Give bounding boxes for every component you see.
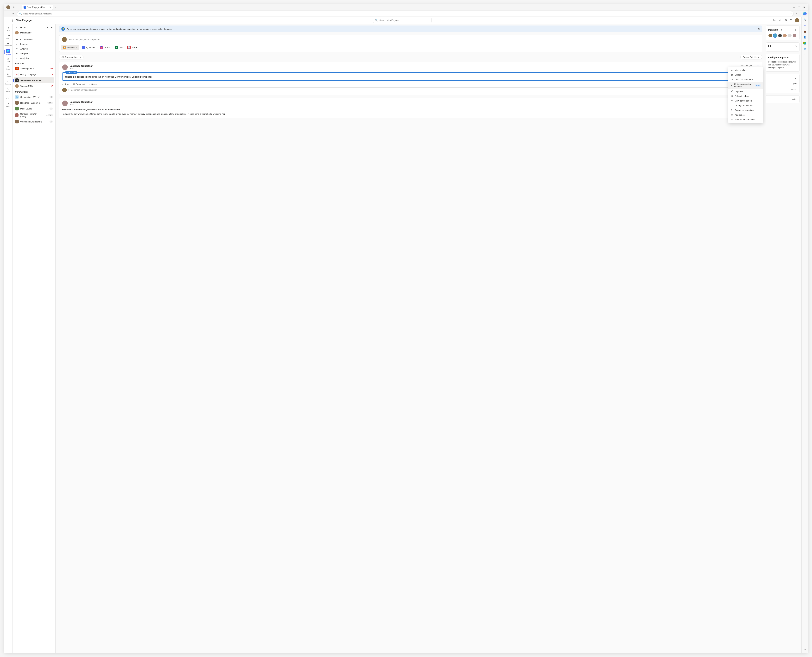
sidebar-add-icon[interactable]: ＋ (803, 53, 807, 57)
filter-all-conversations[interactable]: All Conversations⌄ (59, 55, 84, 59)
com-contoso-ux[interactable]: Contoso Team UX (Desig...✓20+ (14, 112, 54, 119)
fav-giving[interactable]: ❤Giving Campaign8 (14, 72, 54, 77)
nav-user[interactable]: Mona Kane ⋯ (14, 30, 54, 36)
member-avatar[interactable] (783, 33, 787, 38)
favorites-icon[interactable]: ✧ (795, 12, 797, 15)
profile-avatar[interactable] (6, 5, 10, 9)
refresh-button[interactable]: ⟳ (11, 11, 16, 16)
sidebar-tag-icon[interactable]: 🏷 (803, 23, 807, 28)
sidebar-outlook-icon[interactable]: ✉ (803, 47, 807, 51)
rail-connections[interactable]: ☁Connections (4, 40, 12, 48)
com-help-desk[interactable]: Help Desk Support🔒︎20+ (14, 100, 54, 106)
app-launcher-icon[interactable]: ⋮⋮⋮ (6, 19, 14, 22)
nav-leaders[interactable]: ☆Leaders (14, 42, 54, 47)
back-button[interactable]: ← (5, 11, 9, 16)
composer-input[interactable]: Share thoughts, ideas or updates (69, 38, 100, 41)
workspaces-icon[interactable]: ◫ (12, 6, 15, 9)
nav-home[interactable]: ⌂ Home ✉ 🔔︎ (14, 25, 54, 30)
compose-tab-praise[interactable]: 🏅Praise (98, 45, 112, 50)
share-button[interactable]: ↗Share (89, 83, 97, 86)
fav-all-company[interactable]: 📣All company✓20+ (14, 65, 54, 72)
new-tab-button[interactable]: ＋ (54, 6, 58, 9)
com-women-engineering[interactable]: Women in Engineering7 (14, 119, 54, 125)
globe-icon[interactable]: 🌐︎ (773, 19, 776, 22)
sidebar-settings-icon[interactable]: ⚙ (803, 648, 807, 651)
menu-close-conversation[interactable]: ⊘Close conversation (728, 77, 763, 82)
copilot-icon[interactable] (803, 12, 807, 16)
nav-storylines[interactable]: ≡Storylines (14, 51, 54, 56)
rail-glint[interactable]: ◇Glint (4, 56, 12, 64)
nav-communities[interactable]: 👥︎Communities (14, 37, 54, 42)
sidebar-people-icon[interactable]: 👤 (803, 35, 807, 39)
rail-pulse[interactable]: ♡Pulse (4, 86, 12, 93)
rail-amplify[interactable]: ൹Amplify (4, 33, 12, 40)
browser-tab[interactable]: Viva Engage - Feed ✕ (22, 5, 53, 10)
member-avatar[interactable] (792, 33, 797, 38)
compose-tab-discussion[interactable]: 💬Discussion (61, 45, 79, 50)
like-button[interactable]: 👍︎Like (62, 83, 69, 86)
close-window-button[interactable]: ✕ (803, 6, 805, 8)
tab-actions-icon[interactable]: ▭ (16, 6, 20, 9)
close-tab-icon[interactable]: ✕ (49, 6, 51, 9)
com-plant-lovers[interactable]: Plant Lovers1 (14, 106, 54, 112)
menu-change-to-question[interactable]: ?Change to question (728, 103, 763, 108)
rail-engage[interactable]: Engage (4, 48, 12, 56)
compose-tab-article[interactable]: 📄Article (126, 45, 139, 50)
user-more-icon[interactable]: ⋯ (51, 31, 53, 34)
banner-close-icon[interactable]: ✕ (758, 28, 760, 30)
minimize-button[interactable]: — (793, 6, 795, 8)
member-avatar[interactable] (778, 33, 782, 38)
rail-viva[interactable]: ✦Viva (4, 25, 12, 33)
comment-input[interactable]: Comment on this discussion (68, 87, 759, 92)
rail-goals[interactable]: ⌾Goals (4, 64, 12, 71)
com-connections-wfh[interactable]: ◎Connections WFH✓6 (14, 94, 54, 100)
user-avatar[interactable] (795, 18, 799, 22)
member-avatar[interactable] (788, 33, 792, 38)
rail-sales[interactable]: ☰Sales (4, 93, 12, 101)
comment-button[interactable]: 💬︎Comment (73, 83, 85, 86)
more-icon[interactable]: ⋯ (799, 12, 801, 15)
sidebar-briefcase-icon[interactable]: 💼 (803, 30, 807, 33)
suite-search-input[interactable]: 🔍 Search Viva Engage (373, 18, 431, 23)
settings-icon[interactable]: ⚙ (785, 19, 787, 22)
menu-copy-link[interactable]: 🔗︎Copy link (728, 89, 763, 94)
member-avatar[interactable] (773, 33, 777, 38)
add-icon[interactable]: ＋ (794, 76, 797, 80)
menu-mute-conversation[interactable]: 🛇Mute conversation in feedsNew (728, 82, 763, 89)
menu-feature[interactable]: ☆Feature conversation (728, 117, 763, 122)
fav-women-erg[interactable]: Women ERG✓17 (14, 83, 54, 89)
post-author-name[interactable]: Laurence Gilbertson (70, 101, 93, 103)
member-avatar[interactable] (768, 33, 772, 38)
inbox-icon[interactable]: ✉ (47, 26, 48, 29)
nav-answers[interactable]: ?Answers (14, 47, 54, 51)
menu-add-topics[interactable]: 🏷︎Add topics (728, 112, 763, 117)
post-author-name[interactable]: Laurence Gilbertson (70, 64, 93, 67)
compose-tab-question[interactable]: ?Question (81, 45, 96, 50)
maximize-button[interactable]: ▢ (798, 6, 800, 8)
fav-sales-best-practices[interactable]: ⌁Sales Best Practices (14, 77, 54, 83)
edit-info-icon[interactable]: ✎ (795, 45, 797, 47)
rail-topics[interactable]: #Topics (4, 101, 12, 108)
post-more-button[interactable]: ⋯ (757, 64, 759, 67)
url-input[interactable]: 🔍 https://engage.cloud.microsoft ⭑ (17, 11, 794, 16)
url-text: https://engage.cloud.microsoft (23, 12, 51, 15)
post-author-avatar[interactable] (62, 64, 68, 70)
menu-follow-inbox[interactable]: ✉Follow in inbox (728, 94, 763, 98)
sidebar-search-icon[interactable]: 🔍 (803, 18, 807, 22)
rail-learning[interactable]: ▭Learning (4, 78, 12, 86)
sidebar-o365-icon[interactable] (803, 41, 807, 45)
menu-report[interactable]: ⚑Report conversation (728, 108, 763, 112)
notifications-icon[interactable]: 🔔︎ (51, 26, 53, 29)
add-member-button[interactable]: ＋ (794, 28, 797, 32)
menu-view-analytics[interactable]: 📈︎View analytics (728, 68, 763, 72)
filter-recent-activity[interactable]: Recent Activity⌄ (740, 55, 762, 59)
compose-tab-poll[interactable]: ≡Poll (113, 45, 124, 50)
rail-insights[interactable]: ⬡Insights (4, 71, 12, 78)
post-author-avatar[interactable] (62, 101, 68, 106)
help-icon[interactable]: ? (790, 19, 792, 22)
read-aloud-icon[interactable]: ⭑ (790, 12, 792, 15)
menu-view-conversation[interactable]: 👁︎View conversation (728, 98, 763, 103)
menu-delete[interactable]: 🗑︎Delete (728, 72, 763, 77)
nav-analytics[interactable]: 📈︎Analytics (14, 56, 54, 61)
emoji-icon[interactable]: ☺ (779, 19, 781, 22)
